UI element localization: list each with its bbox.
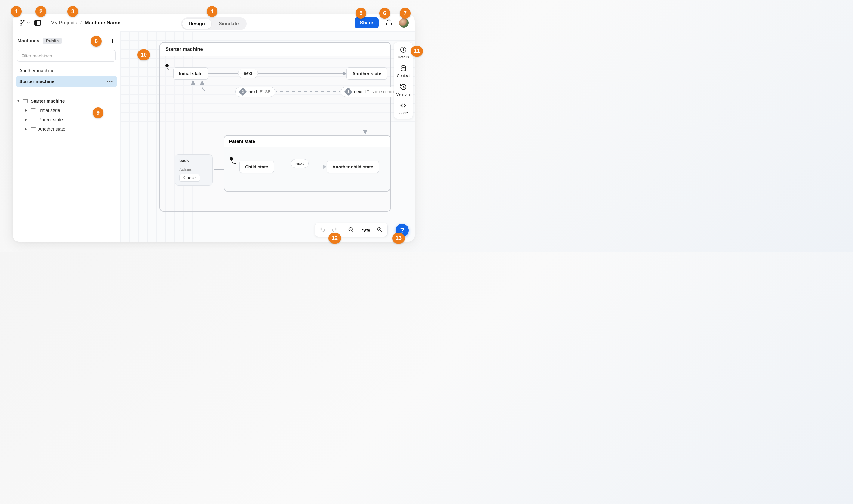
- info-icon: [400, 46, 407, 53]
- rail-context[interactable]: Context: [397, 65, 410, 78]
- annotation-badge: 12: [328, 233, 341, 244]
- app-header: My Projects / Machine Name Design Simula…: [13, 15, 415, 31]
- mode-simulate-tab[interactable]: Simulate: [212, 19, 245, 29]
- actions-heading: Actions: [179, 167, 208, 172]
- priority-badge-icon: 2: [238, 88, 247, 96]
- chevron-down-icon: [27, 20, 30, 25]
- mode-design-tab[interactable]: Design: [182, 19, 211, 29]
- zoom-out-icon: [348, 227, 354, 233]
- annotation-badge: 13: [392, 233, 405, 244]
- stately-logo-icon: [19, 20, 26, 26]
- caret-right-icon: ▶: [25, 127, 28, 130]
- tree-root[interactable]: ▼ Starter machine: [16, 96, 117, 106]
- state-icon: [31, 127, 35, 131]
- priority-badge-icon: 1: [344, 88, 352, 96]
- svg-point-6: [401, 66, 406, 67]
- annotation-badge: 4: [207, 6, 217, 17]
- history-icon: [400, 83, 407, 91]
- annotation-badge: 9: [93, 107, 104, 118]
- svg-marker-3: [20, 24, 22, 25]
- left-panel-toggle[interactable]: [34, 20, 41, 25]
- canvas-controls: 79%: [315, 222, 388, 237]
- breadcrumb-current[interactable]: Machine Name: [85, 20, 121, 26]
- transition-box-back[interactable]: back Actions reset: [175, 154, 213, 185]
- database-icon: [400, 65, 407, 72]
- annotation-badge: 5: [356, 8, 366, 19]
- annotation-badge: 2: [35, 6, 46, 17]
- mode-switcher: Design Simulate: [181, 17, 246, 30]
- visibility-badge: Public: [43, 38, 62, 44]
- machine-name-label: Another machine: [19, 68, 54, 73]
- lightning-icon: [182, 176, 186, 180]
- state-icon: [23, 99, 28, 103]
- structure-tree: ▼ Starter machine ▶ Initial state ▶ Pare…: [13, 92, 120, 138]
- annotation-badge: 6: [379, 8, 390, 19]
- code-icon: [400, 102, 407, 109]
- tree-label: Starter machine: [31, 98, 65, 104]
- tree-label: Another state: [38, 126, 65, 131]
- state-icon: [31, 108, 35, 112]
- guard-keyword: IF: [365, 89, 369, 94]
- machine-list-item[interactable]: Another machine: [16, 65, 117, 76]
- annotation-badge: 1: [11, 6, 22, 17]
- action-label: reset: [188, 176, 197, 180]
- guard-label: ELSE: [260, 89, 271, 94]
- event-label: back: [179, 158, 208, 163]
- zoom-in-icon: [377, 227, 383, 233]
- machine-list-item[interactable]: Starter machine •••: [16, 76, 117, 87]
- filter-machines-input[interactable]: [17, 50, 116, 62]
- breadcrumb-separator: /: [80, 20, 82, 26]
- right-rail: Details Context Versions Code: [394, 42, 413, 119]
- machine-title[interactable]: Starter machine: [160, 43, 390, 56]
- state-node-child[interactable]: Child state: [239, 161, 274, 173]
- state-icon: [31, 118, 35, 122]
- rail-label: Context: [397, 74, 410, 78]
- state-node-initial[interactable]: Initial state: [173, 67, 208, 80]
- tree-label: Initial state: [38, 108, 60, 113]
- rail-code[interactable]: Code: [399, 102, 408, 115]
- transition-pill-next[interactable]: next: [238, 69, 258, 78]
- action-chip-reset[interactable]: reset: [179, 174, 200, 182]
- caret-right-icon: ▶: [25, 109, 28, 112]
- machines-title: Machines: [17, 38, 39, 43]
- machine-name-label: Starter machine: [19, 79, 54, 84]
- event-label: next: [248, 89, 257, 94]
- tree-item[interactable]: ▶ Another state: [16, 124, 117, 133]
- caret-down-icon: ▼: [17, 99, 20, 103]
- rail-label: Code: [399, 111, 408, 115]
- event-label: next: [354, 89, 363, 94]
- canvas[interactable]: Starter machine Initial state Another st…: [120, 31, 415, 242]
- parent-state-title[interactable]: Parent state: [225, 136, 390, 147]
- state-node-another[interactable]: Another state: [346, 67, 387, 80]
- annotation-badge: 3: [67, 6, 78, 17]
- annotation-badge: 10: [138, 49, 150, 60]
- svg-point-5: [403, 48, 404, 49]
- rail-details[interactable]: Details: [398, 46, 409, 59]
- breadcrumb: My Projects / Machine Name: [51, 20, 121, 26]
- machine-more-icon[interactable]: •••: [107, 79, 113, 84]
- zoom-in-button[interactable]: [375, 224, 385, 235]
- zoom-out-button[interactable]: [346, 224, 356, 235]
- caret-right-icon: ▶: [25, 118, 28, 121]
- share-button[interactable]: Share: [355, 17, 379, 28]
- state-node-child2[interactable]: Another child state: [327, 161, 379, 173]
- svg-point-0: [20, 20, 22, 21]
- add-machine-button[interactable]: +: [110, 36, 115, 46]
- undo-icon: [319, 227, 325, 233]
- annotation-badge: 7: [400, 8, 411, 19]
- redo-icon: [332, 227, 337, 233]
- logo-menu[interactable]: [19, 20, 30, 26]
- export-icon[interactable]: [385, 19, 392, 27]
- annotation-badge: 11: [411, 46, 423, 56]
- transition-pill-next[interactable]: next: [291, 159, 308, 168]
- rail-label: Versions: [396, 92, 411, 96]
- tree-label: Parent state: [38, 117, 63, 122]
- rail-versions[interactable]: Versions: [396, 83, 411, 96]
- annotation-badge: 8: [91, 36, 102, 47]
- user-avatar[interactable]: [399, 18, 409, 28]
- breadcrumb-root[interactable]: My Projects: [51, 20, 77, 26]
- undo-button[interactable]: [317, 224, 327, 235]
- rail-label: Details: [398, 55, 409, 59]
- guarded-transition-group[interactable]: 2 next ELSE 1 next IF some conditio: [235, 87, 402, 97]
- left-panel: Machines Public + Another machine Starte…: [13, 31, 120, 242]
